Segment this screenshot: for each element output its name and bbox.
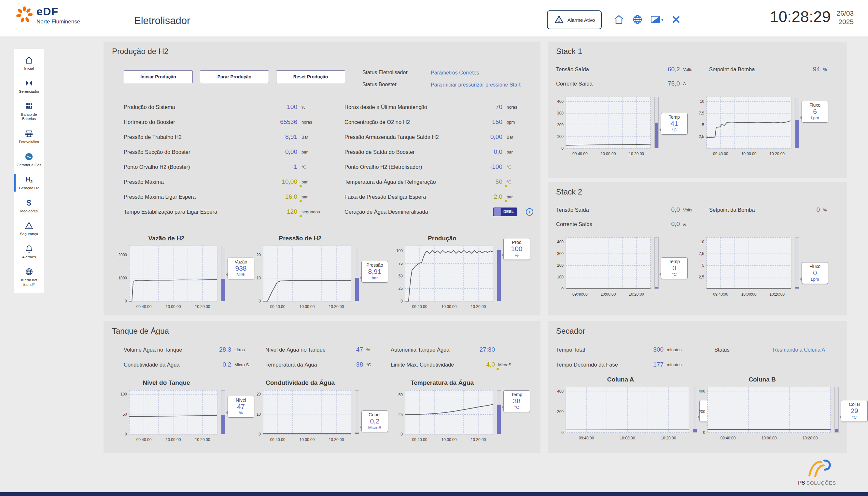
sidebar-item-geracao-h2[interactable]: H2Geração H2 <box>14 171 44 194</box>
status-value: Resfriando a Coluna A <box>773 347 868 354</box>
chart-title: Coluna B <box>691 376 834 383</box>
stat-value: 60,2 <box>650 66 683 73</box>
svg-text:10:00:00: 10:00:00 <box>742 292 757 297</box>
param-label: Pressão de Trabalho H2 <box>124 134 260 140</box>
sidebar-item-inicial[interactable]: Inicial <box>14 51 44 75</box>
svg-text:10:20:00: 10:20:00 <box>769 152 785 156</box>
sidebar-item-alarmes[interactable]: Alarmes <box>14 240 44 263</box>
chart-plot: 020040009:40:0010:00:0010:20:00 <box>549 384 692 443</box>
panel-title-secador: Secador <box>556 327 585 336</box>
stat-label: Tensão Saída <box>556 66 650 73</box>
sidebar-item-term-not-found[interactable]: #Term not found# <box>14 263 44 291</box>
param-row: Pressão Máxima Ligar Espera16,0bar <box>124 189 328 204</box>
stat-value: 94 <box>791 66 823 73</box>
chart-scrollbar[interactable] <box>835 387 839 433</box>
param-label: Pressão Armazenada Tanque Saída H2 <box>344 134 465 140</box>
param-value-setpoint[interactable]: 10,00 <box>260 178 297 185</box>
chart-scrollbar[interactable] <box>355 246 359 301</box>
chart-title: Vazão de H2 <box>112 235 221 242</box>
electrolyzer-hmi: eDF Norte Fluminense Eletrolisador Alarm… <box>0 0 868 496</box>
chart-condutividade: Condutividade da Água0102009:40:0010:00:… <box>246 379 354 446</box>
language-globe-button[interactable] <box>632 14 643 25</box>
svg-text:09:40:00: 09:40:00 <box>270 437 286 442</box>
secador-stats: Tempo Total 300 minutos Tempo Decorrido … <box>556 346 699 368</box>
stat-unit: % <box>366 347 391 352</box>
svg-text:10: 10 <box>700 240 705 244</box>
chart-vazao-h2: Vazão de H201000200009:40:0010:00:0010:2… <box>112 235 221 313</box>
desl-toggle[interactable]: DESL <box>493 207 517 216</box>
stat-label: Volume Água no Tanque <box>124 347 207 353</box>
svg-text:10:20:00: 10:20:00 <box>471 305 486 309</box>
param-row: Pressão Sucção do Booster0,00bar <box>124 144 328 159</box>
chart-scrollbar[interactable] <box>795 237 799 289</box>
param-unit: segundos <box>297 210 328 214</box>
stat-value: 0,2 <box>207 361 235 368</box>
stat-value: 300 <box>638 346 667 353</box>
param-value-setpoint[interactable]: 120 <box>260 208 297 215</box>
sidebar-item-medidores[interactable]: $Medidores <box>14 194 44 217</box>
svg-text:50: 50 <box>399 274 403 278</box>
toggle-label: DESL <box>501 210 517 214</box>
chart-scrollbar[interactable] <box>655 97 659 148</box>
sidebar-item-gerador-a-gas[interactable]: Gerador à Gás <box>14 148 44 171</box>
sidebar-item-fotovoltaico[interactable]: Fotovoltáico <box>14 125 44 148</box>
param-row: Ponto Orvalho H2 (Eletrolisador)-100°C <box>344 159 533 174</box>
param-row: Geração de Água DesmineralisadaDESLi <box>344 204 533 219</box>
sidebar-item-banco-de-baterias[interactable]: Banco de Baterias <box>14 97 44 125</box>
svg-text:20: 20 <box>257 253 261 257</box>
badge-value: 6 <box>803 108 827 115</box>
chart-value-badge: Cond.0,2MicroS <box>361 410 388 432</box>
reset-producao-button[interactable]: Reset Produção <box>276 70 345 83</box>
svg-text:10:00:00: 10:00:00 <box>300 437 315 442</box>
badge-value: 0 <box>662 264 687 272</box>
panel-title-producao: Produção de H2 <box>112 47 168 56</box>
chart-scrollbar[interactable] <box>795 97 799 148</box>
chevron-down-icon: ▾ <box>661 17 663 22</box>
badge-label: Pressão <box>362 262 387 268</box>
svg-text:400: 400 <box>557 99 564 104</box>
stat-unit: minutos <box>667 347 699 352</box>
param-value: -100 <box>465 163 503 170</box>
param-value-setpoint[interactable]: 16,0 <box>260 193 297 200</box>
status-booster-label: Status Booster <box>362 82 431 89</box>
params-left: Produção do Sistema100%Horímetro do Boos… <box>124 99 328 219</box>
chart-scrollbar[interactable] <box>497 390 501 434</box>
clock-time: 10:28:29 <box>770 8 831 26</box>
svg-text:50: 50 <box>399 392 403 397</box>
stat-value-setpoint[interactable]: 4,0 <box>466 361 498 368</box>
svg-text:10:20:00: 10:20:00 <box>471 437 486 442</box>
param-label: Pressão Máxima Ligar Espera <box>124 194 260 200</box>
svg-text:100: 100 <box>396 248 403 253</box>
svg-text:0: 0 <box>401 432 403 436</box>
svg-text:0: 0 <box>258 299 261 304</box>
badge-unit: % <box>504 253 529 258</box>
sidebar-item-gerenciador[interactable]: Gerenciador <box>14 75 44 97</box>
svg-text:0: 0 <box>561 146 564 151</box>
svg-text:10: 10 <box>700 99 705 104</box>
param-value-setpoint[interactable]: 2,0 <box>465 193 503 200</box>
sidebar-item-label: #Term not found# <box>15 278 43 287</box>
iniciar-producao-button[interactable]: Iniciar Produção <box>124 70 193 83</box>
param-value-setpoint[interactable]: 50 <box>465 178 503 185</box>
chart-title: Coluna A <box>549 376 692 383</box>
panel-secador: Secador Tempo Total 300 minutos Tempo De… <box>548 321 847 453</box>
param-unit: Bar <box>503 135 533 140</box>
stat-label: Tempo Decorrido da Fase <box>556 362 638 368</box>
parar-producao-button[interactable]: Parar Produção <box>200 70 269 83</box>
chart-title: Pressão de H2 <box>246 235 354 242</box>
display-mode-button[interactable]: ▾ <box>650 15 663 24</box>
sidebar-item-seguranca[interactable]: Segurança <box>14 217 44 240</box>
chart-scrollbar[interactable] <box>655 237 659 289</box>
bottom-bar <box>0 492 868 496</box>
chart-plot: 01000200009:40:0010:00:0010:20:00 <box>112 243 221 312</box>
badge-label: Temp <box>504 392 529 397</box>
badge-unit: °C <box>842 415 867 420</box>
info-icon[interactable]: i <box>526 208 533 216</box>
alarm-active-button[interactable]: Alarme Ativo <box>547 11 602 29</box>
svg-text:0: 0 <box>561 286 564 291</box>
param-unit: °C <box>503 180 533 184</box>
close-button[interactable] <box>671 15 681 25</box>
chart-plot: 010020030040009:40:0010:00:0010:20:00 <box>549 234 654 299</box>
home-button[interactable] <box>613 14 625 25</box>
badge-value: 8,91 <box>362 268 387 276</box>
